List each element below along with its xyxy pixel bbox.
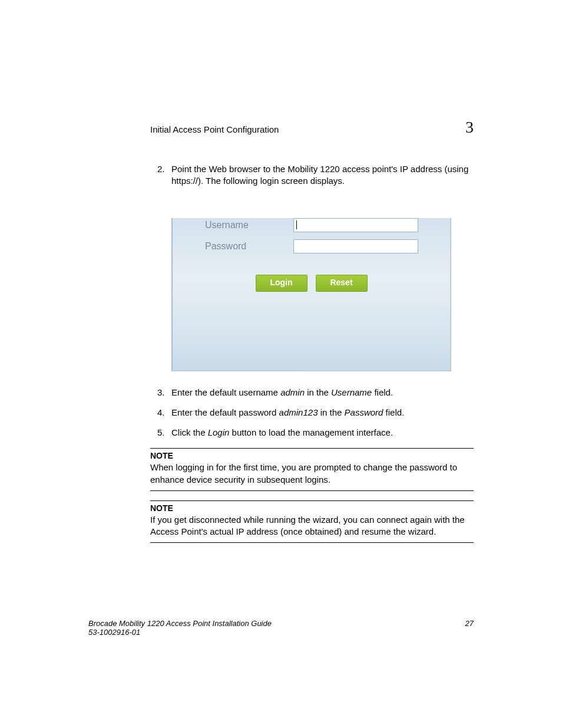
login-button-row: Login Reset bbox=[173, 275, 450, 292]
username-label: Username bbox=[205, 220, 293, 230]
step-number: 3. bbox=[157, 387, 171, 398]
username-input[interactable] bbox=[293, 218, 418, 232]
reset-button[interactable]: Reset bbox=[316, 275, 368, 292]
text-part: in the bbox=[318, 407, 345, 417]
doc-id: 53-1002916-01 bbox=[88, 628, 272, 637]
note-heading: NOTE bbox=[150, 503, 474, 513]
step-3: 3. Enter the default username admin in t… bbox=[157, 387, 474, 398]
step-number: 4. bbox=[157, 407, 171, 419]
text-em: admin bbox=[280, 387, 305, 397]
note-heading: NOTE bbox=[150, 451, 474, 460]
text-part: Enter the default username bbox=[171, 387, 280, 397]
step-number: 2. bbox=[157, 163, 171, 187]
page-header: Initial Access Point Configuration 3 bbox=[150, 118, 474, 137]
password-row: Password bbox=[205, 239, 450, 253]
note-1: NOTE When logging in for the first time,… bbox=[150, 448, 474, 491]
text-part: Click the bbox=[171, 427, 208, 437]
note-body: If you get disconnected while running th… bbox=[150, 514, 474, 538]
text-em: Password bbox=[345, 407, 384, 417]
text-part: Enter the default password bbox=[171, 407, 279, 417]
section-title: Initial Access Point Configuration bbox=[150, 124, 279, 134]
step-4: 4. Enter the default password admin123 i… bbox=[157, 407, 474, 419]
note-body: When logging in for the first time, you … bbox=[150, 462, 474, 486]
username-row: Username bbox=[205, 218, 450, 232]
text-part: field. bbox=[383, 407, 404, 417]
guide-title: Brocade Mobility 1220 Access Point Insta… bbox=[88, 619, 272, 628]
step-text: Point the Web browser to the Mobility 12… bbox=[171, 163, 474, 187]
password-label: Password bbox=[205, 241, 293, 252]
password-input[interactable] bbox=[293, 239, 418, 253]
text-em: Username bbox=[331, 387, 372, 397]
text-em: admin123 bbox=[279, 407, 318, 417]
text-part: button to load the management interface. bbox=[229, 427, 393, 437]
step-number: 5. bbox=[157, 427, 171, 439]
step-2: 2. Point the Web browser to the Mobility… bbox=[157, 163, 474, 187]
step-text: Enter the default username admin in the … bbox=[171, 387, 393, 398]
login-screenshot: Username Password Login Reset bbox=[171, 218, 451, 371]
page-number: 27 bbox=[465, 619, 474, 637]
step-text: Enter the default password admin123 in t… bbox=[171, 407, 404, 419]
step-text: Click the Login button to load the manag… bbox=[171, 427, 393, 439]
text-part: in the bbox=[305, 387, 331, 397]
step-5: 5. Click the Login button to load the ma… bbox=[157, 427, 474, 439]
chapter-number: 3 bbox=[465, 118, 474, 137]
footer-left: Brocade Mobility 1220 Access Point Insta… bbox=[88, 619, 272, 637]
text-em: Login bbox=[208, 427, 230, 437]
page-footer: Brocade Mobility 1220 Access Point Insta… bbox=[88, 619, 474, 637]
text-part: field. bbox=[372, 387, 393, 397]
text-cursor-icon bbox=[296, 220, 297, 229]
login-button[interactable]: Login bbox=[256, 275, 308, 292]
note-2: NOTE If you get disconnected while runni… bbox=[150, 500, 474, 543]
